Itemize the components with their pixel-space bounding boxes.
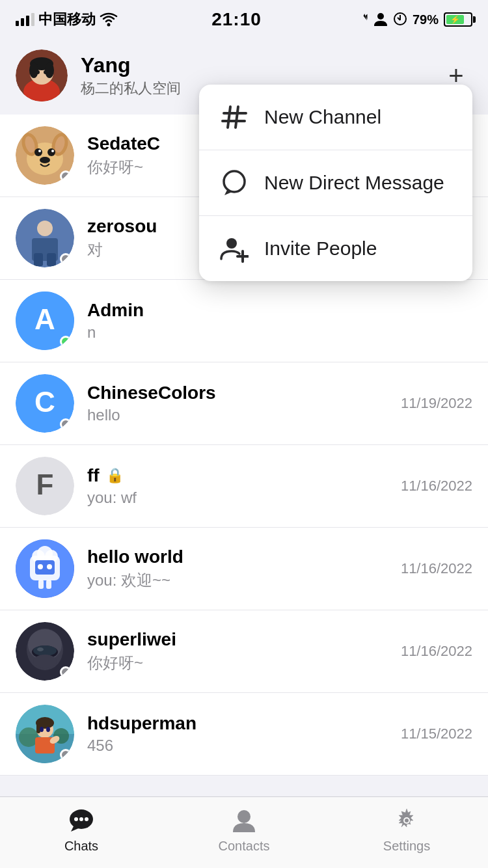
svg-rect-44 — [38, 580, 44, 589]
svg-rect-45 — [46, 580, 51, 589]
svg-rect-29 — [47, 253, 56, 266]
header-info: Yang 杨二的私人空间 — [81, 53, 181, 98]
carrier-label: 中国移动 — [38, 10, 96, 29]
dropdown-new-channel[interactable]: New Channel — [199, 85, 472, 150]
chat-preview-helloworld: you: 欢迎~~ — [87, 570, 388, 591]
svg-text:C: C — [34, 386, 55, 418]
svg-point-68 — [85, 817, 88, 821]
chat-content-admin: Admin n — [87, 300, 472, 342]
svg-point-72 — [405, 819, 409, 822]
location-icon — [355, 12, 368, 27]
chat-time-superliwei: 11/16/2022 — [401, 643, 472, 660]
svg-point-60 — [40, 727, 44, 732]
chat-preview-superliwei: 你好呀~ — [87, 653, 388, 673]
tab-chats[interactable]: Chats — [0, 806, 163, 854]
chat-item-admin[interactable]: A Admin n — [0, 280, 488, 362]
svg-point-51 — [33, 655, 57, 668]
chat-item-hdsuperman[interactable]: hdsuperman 456 11/15/2022 — [0, 693, 488, 776]
chat-content-superliwei: superliwei 你好呀~ — [87, 629, 388, 673]
status-dot-hdsuperman — [60, 749, 72, 761]
svg-point-67 — [79, 817, 83, 821]
lock-status-icon — [393, 12, 407, 27]
chat-avatar-ff: F — [16, 457, 74, 515]
svg-line-74 — [236, 107, 238, 128]
status-left: 中国移动 — [16, 10, 118, 29]
hash-icon — [220, 103, 249, 131]
contacts-tab-icon — [230, 806, 258, 835]
svg-point-50 — [33, 645, 57, 656]
svg-point-10 — [29, 62, 38, 78]
status-dot-sedate — [60, 170, 72, 182]
svg-point-0 — [107, 23, 111, 27]
tab-settings[interactable]: Settings — [325, 806, 488, 854]
status-dot-zerosou — [60, 253, 72, 265]
svg-point-11 — [45, 62, 54, 78]
message-circle-icon — [220, 169, 249, 197]
chat-name-admin: Admin — [87, 300, 472, 321]
header-subtitle: 杨二的私人空间 — [81, 79, 181, 98]
battery-indicator: ⚡ — [444, 12, 472, 27]
chat-preview-hdsuperman: 456 — [87, 737, 388, 755]
chat-content-helloworld: hello world you: 欢迎~~ — [87, 547, 388, 591]
svg-line-73 — [228, 107, 230, 128]
svg-point-66 — [74, 817, 78, 821]
svg-point-52 — [37, 647, 44, 651]
chat-content-hdsuperman: hdsuperman 456 — [87, 713, 388, 755]
status-dot-admin — [60, 336, 72, 347]
svg-point-12 — [36, 70, 40, 74]
chat-item-ff[interactable]: F ff 🔒 you: wf 11/16/2022 — [0, 445, 488, 528]
chat-avatar-sedate — [16, 126, 74, 185]
svg-point-40 — [37, 546, 53, 562]
settings-tab-icon — [392, 806, 421, 835]
person-add-icon — [220, 234, 249, 263]
chat-avatar-admin: A — [16, 292, 74, 350]
chat-time-helloworld: 11/16/2022 — [401, 560, 472, 577]
user-avatar[interactable] — [16, 49, 68, 102]
chat-avatar-superliwei — [16, 622, 74, 681]
chat-item-superliwei[interactable]: superliwei 你好呀~ 11/16/2022 — [0, 610, 488, 693]
header-username: Yang — [81, 53, 181, 77]
svg-point-22 — [38, 150, 41, 152]
svg-point-77 — [224, 171, 245, 192]
tab-contacts-label: Contacts — [219, 839, 270, 854]
svg-point-20 — [34, 148, 42, 156]
chat-avatar-zerosou — [16, 209, 74, 267]
new-channel-label: New Channel — [264, 106, 381, 128]
svg-marker-1 — [362, 14, 368, 21]
chat-avatar-hdsuperman — [16, 705, 74, 763]
dropdown-menu: New Channel New Direct Message Invite Pe… — [199, 85, 472, 281]
chat-tab-icon — [67, 806, 96, 835]
chat-name-helloworld: hello world — [87, 547, 388, 567]
svg-text:A: A — [34, 303, 55, 335]
svg-text:F: F — [36, 468, 54, 500]
lock-icon: 🔒 — [106, 467, 124, 484]
dropdown-new-dm[interactable]: New Direct Message — [199, 150, 472, 216]
chat-content-ff: ff 🔒 you: wf — [87, 465, 388, 507]
tab-bar: Chats Contacts Settings — [0, 796, 488, 868]
tab-chats-label: Chats — [64, 839, 98, 854]
status-dot-superliwei — [60, 666, 72, 678]
svg-point-23 — [51, 150, 54, 152]
invite-label: Invite People — [264, 237, 377, 260]
battery-charging-icon: ⚡ — [450, 15, 460, 24]
svg-point-43 — [47, 564, 52, 569]
chat-name-ff: ff 🔒 — [87, 465, 388, 486]
wifi-icon — [100, 12, 118, 27]
header-left: Yang 杨二的私人空间 — [16, 49, 181, 102]
chat-avatar-helloworld — [16, 539, 74, 598]
chat-time-chinesecolors: 11/19/2022 — [401, 395, 472, 412]
svg-point-69 — [237, 810, 251, 823]
chat-item-chinesecolors[interactable]: C ChineseColors hello 11/19/2022 — [0, 362, 488, 445]
svg-point-13 — [44, 70, 47, 74]
battery-percentage: 79% — [413, 12, 439, 27]
svg-point-42 — [38, 564, 43, 569]
dropdown-invite[interactable]: Invite People — [199, 216, 472, 281]
chat-time-hdsuperman: 11/15/2022 — [401, 726, 472, 742]
tab-settings-label: Settings — [383, 839, 430, 854]
chat-item-helloworld[interactable]: hello world you: 欢迎~~ 11/16/2022 — [0, 528, 488, 610]
tab-contacts[interactable]: Contacts — [163, 806, 325, 854]
chat-avatar-chinesecolors: C — [16, 374, 74, 433]
svg-point-79 — [226, 238, 237, 249]
chat-preview-ff: you: wf — [87, 489, 388, 507]
chat-content-chinesecolors: ChineseColors hello — [87, 383, 388, 424]
